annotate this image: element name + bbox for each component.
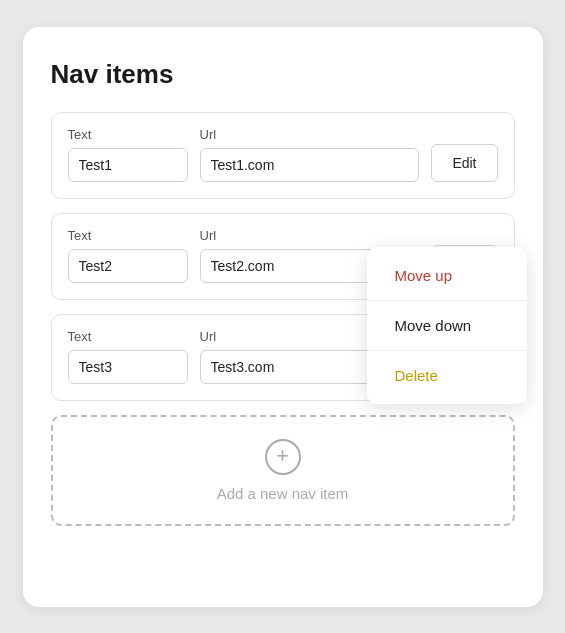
- text-input-2[interactable]: [68, 249, 188, 283]
- add-circle-icon: +: [265, 439, 301, 475]
- nav-items-card: Nav items Text Url Edit Text Url: [23, 27, 543, 607]
- context-menu: Move up Move down Delete: [367, 247, 527, 404]
- text-field-group-3: Text: [68, 329, 188, 384]
- page-title: Nav items: [51, 59, 515, 90]
- text-label-1: Text: [68, 127, 188, 142]
- url-input-1[interactable]: [200, 148, 420, 182]
- plus-icon: +: [276, 445, 289, 467]
- text-input-1[interactable]: [68, 148, 188, 182]
- text-input-3[interactable]: [68, 350, 188, 384]
- add-new-nav-item-box[interactable]: + Add a new nav item: [51, 415, 515, 526]
- url-label-2: Url: [200, 228, 420, 243]
- context-menu-move-up[interactable]: Move up: [367, 253, 527, 298]
- context-menu-divider-1: [367, 300, 527, 301]
- nav-item-row-1: Text Url Edit: [51, 112, 515, 199]
- url-label-1: Url: [200, 127, 420, 142]
- text-field-group-1: Text: [68, 127, 188, 182]
- text-label-3: Text: [68, 329, 188, 344]
- edit-button-1[interactable]: Edit: [431, 144, 497, 182]
- text-field-group-2: Text: [68, 228, 188, 283]
- context-menu-move-down[interactable]: Move down: [367, 303, 527, 348]
- add-new-label: Add a new nav item: [217, 485, 349, 502]
- text-label-2: Text: [68, 228, 188, 243]
- context-menu-divider-2: [367, 350, 527, 351]
- url-field-group-1: Url: [200, 127, 420, 182]
- context-menu-delete[interactable]: Delete: [367, 353, 527, 398]
